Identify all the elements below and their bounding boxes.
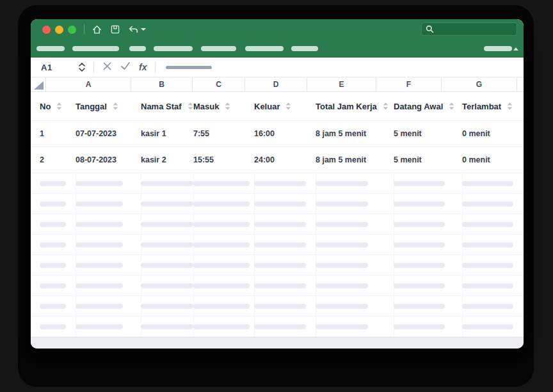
zoom-button[interactable] (68, 26, 76, 34)
header-label: Tanggal (76, 102, 107, 111)
skeleton-cell (462, 317, 518, 336)
cell-no[interactable]: 1 (40, 129, 76, 138)
sort-arrows-icon[interactable] (188, 102, 193, 110)
skeleton-cell (193, 173, 254, 193)
cell-terlambat[interactable]: 0 menit (462, 129, 518, 138)
skeleton-cell (394, 214, 462, 234)
skeleton-pill (394, 283, 445, 288)
spreadsheet-window: A1 fx ABCDEFG NoTanggalNama StafMasukKel… (31, 19, 524, 349)
column-letter-E[interactable]: E (307, 77, 376, 91)
close-button[interactable] (42, 26, 51, 34)
skeleton-row (31, 235, 524, 255)
home-icon[interactable] (92, 24, 102, 35)
column-letter-G[interactable]: G (442, 77, 517, 91)
formula-input-placeholder[interactable] (166, 66, 212, 69)
skeleton-cell (394, 276, 462, 295)
header-label: Datang Awal (394, 102, 443, 111)
header-label: Keluar (254, 102, 280, 111)
skeleton-cell (462, 235, 518, 255)
skeleton-cell (462, 173, 518, 193)
skeleton-pill (254, 283, 306, 288)
skeleton-pill (462, 181, 513, 186)
skeleton-cell (462, 276, 518, 295)
skeleton-cell (76, 317, 141, 336)
sort-arrows-icon[interactable] (285, 102, 291, 110)
undo-button[interactable] (128, 25, 146, 35)
skeleton-pill (254, 324, 306, 329)
table-header-total-jam-kerja[interactable]: Total Jam Kerja (316, 102, 394, 111)
skeleton-cell (141, 296, 193, 316)
skeleton-cell (254, 317, 316, 336)
skeleton-pill (316, 263, 368, 268)
cell-total-jam-kerja[interactable]: 8 jam 5 menit (316, 129, 394, 138)
table-header-datang-awal[interactable]: Datang Awal (394, 102, 462, 111)
cell-nama-staf[interactable]: kasir 2 (141, 155, 193, 164)
status-bar (31, 337, 524, 349)
cell-datang-awal[interactable]: 5 menit (394, 155, 462, 164)
table-header-tanggal[interactable]: Tanggal (76, 102, 141, 111)
skeleton-cell (394, 317, 462, 336)
skeleton-row (31, 276, 524, 296)
cell-datang-awal[interactable]: 5 menit (394, 129, 462, 138)
insert-function-fx-icon[interactable]: fx (139, 62, 147, 72)
column-letter-A[interactable]: A (46, 77, 131, 91)
collapse-ribbon-caret-icon[interactable] (513, 47, 518, 51)
cell-keluar[interactable]: 16:00 (254, 129, 316, 138)
column-letter-D[interactable]: D (245, 77, 307, 91)
sort-arrows-icon[interactable] (383, 102, 389, 110)
cancel-x-icon[interactable] (102, 61, 112, 74)
sort-arrows-icon[interactable] (225, 102, 230, 110)
cell-keluar[interactable]: 24:00 (254, 155, 316, 164)
skeleton-cell (316, 173, 394, 193)
skeleton-pill (316, 181, 368, 186)
table-header-nama-staf[interactable]: Nama Staf (141, 102, 193, 111)
cell-masuk[interactable]: 15:55 (193, 155, 254, 164)
column-letter-B[interactable]: B (131, 77, 193, 91)
ribbon-pill (291, 46, 318, 51)
skeleton-cell (316, 194, 394, 214)
skeleton-cell (40, 173, 76, 193)
sort-arrows-icon[interactable] (113, 102, 118, 110)
skeleton-pill (462, 222, 513, 227)
header-label: Masuk (193, 102, 219, 111)
skeleton-cell (316, 317, 394, 336)
name-box-chevrons-icon[interactable] (78, 62, 86, 72)
cell-terlambat[interactable]: 0 menit (462, 155, 518, 164)
cell-masuk[interactable]: 7:55 (193, 129, 254, 138)
cell-total-jam-kerja[interactable]: 8 jam 5 menit (316, 155, 394, 164)
skeleton-cell (394, 194, 462, 214)
skeleton-cell (40, 276, 76, 295)
table-header-no[interactable]: No (40, 102, 76, 111)
table-header-terlambat[interactable]: Terlambat (462, 102, 518, 111)
table-header-keluar[interactable]: Keluar (254, 102, 316, 111)
undo-dropdown-caret-icon[interactable] (141, 28, 146, 31)
skeleton-row (31, 255, 524, 276)
skeleton-cell (141, 276, 193, 295)
name-box[interactable]: A1 (41, 63, 78, 72)
table-header-masuk[interactable]: Masuk (193, 102, 254, 111)
skeleton-cell (394, 173, 462, 193)
skeleton-pill (462, 324, 513, 329)
cell-tanggal[interactable]: 07-07-2023 (76, 129, 141, 138)
skeleton-cell (316, 214, 394, 234)
sort-arrows-icon[interactable] (507, 102, 513, 110)
skeleton-cell (76, 194, 141, 214)
cell-no[interactable]: 2 (40, 155, 76, 164)
column-letter-C[interactable]: C (193, 77, 245, 91)
cell-nama-staf[interactable]: kasir 1 (141, 129, 193, 138)
sort-arrows-icon[interactable] (56, 102, 62, 110)
confirm-check-icon[interactable] (120, 61, 131, 73)
minimize-button[interactable] (55, 26, 63, 34)
skeleton-cell (40, 194, 76, 214)
column-letter-F[interactable]: F (376, 77, 442, 91)
search-input[interactable] (421, 22, 517, 36)
cell-tanggal[interactable]: 08-07-2023 (76, 155, 141, 164)
skeleton-cell (76, 214, 141, 234)
skeleton-pill (40, 222, 66, 227)
sort-arrows-icon[interactable] (449, 102, 454, 110)
save-icon[interactable] (110, 24, 120, 35)
skeleton-cell (193, 214, 254, 234)
skeleton-pill (141, 181, 193, 186)
select-all-corner[interactable] (31, 77, 46, 91)
skeleton-cell (193, 317, 254, 336)
